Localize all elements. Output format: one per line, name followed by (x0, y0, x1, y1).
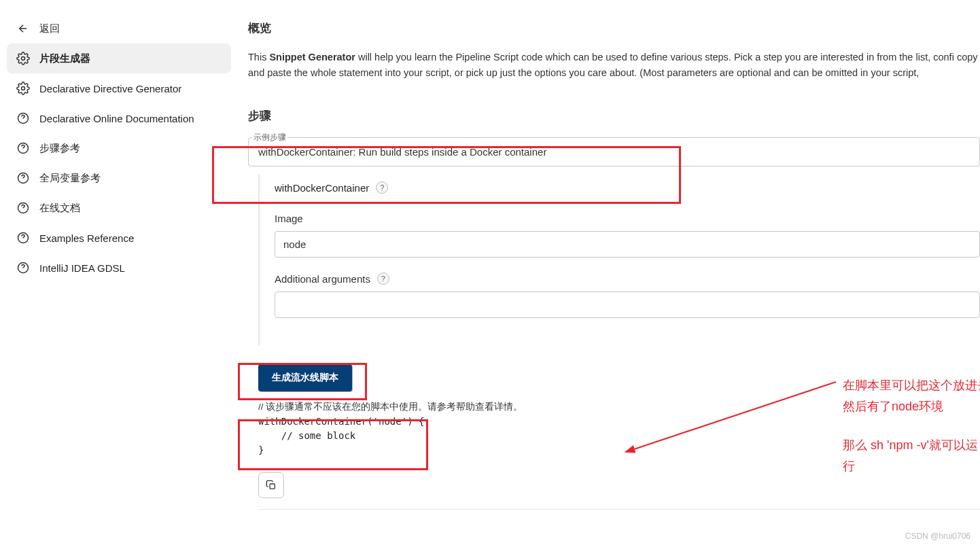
sidebar-item-examples[interactable]: Examples Reference (7, 223, 231, 253)
sidebar-item-step-ref[interactable]: 步骤参考 (7, 133, 231, 163)
sidebar-item-back[interactable]: 返回 (7, 14, 231, 43)
sidebar-item-snippet-generator[interactable]: 片段生成器 (7, 43, 231, 73)
annotation-box (238, 419, 428, 470)
sidebar-item-label: 全局变量参考 (39, 172, 101, 185)
annotation-box (238, 363, 367, 400)
sidebar-item-online-docs[interactable]: Declarative Online Documentation (7, 103, 231, 133)
svg-point-1 (22, 87, 25, 90)
sidebar-item-label: 在线文档 (39, 202, 80, 215)
sidebar-item-online-doc-cn[interactable]: 在线文档 (7, 193, 231, 223)
sidebar: 返回 片段生成器 Declarative Directive Generator… (0, 0, 238, 545)
help-icon[interactable]: ? (377, 272, 389, 285)
svg-rect-8 (270, 484, 275, 489)
svg-point-0 (22, 57, 25, 60)
main-content: 概览 This Snippet Generator will help you … (238, 0, 980, 545)
sidebar-item-directive-generator[interactable]: Declarative Directive Generator (7, 73, 231, 103)
copy-button[interactable] (258, 472, 284, 498)
help-icon (16, 141, 30, 155)
sidebar-item-label: Examples Reference (39, 232, 134, 244)
gear-icon (16, 52, 30, 65)
back-icon (16, 22, 30, 35)
args-label: Additional arguments ? (275, 272, 980, 285)
sidebar-item-label: Declarative Online Documentation (39, 113, 194, 124)
intro-text: This Snippet Generator will help you lea… (248, 50, 980, 81)
gear-icon (16, 82, 30, 95)
sidebar-item-global-var[interactable]: 全局变量参考 (7, 163, 231, 193)
annotation-text: 在脚本里可以把这个放进去 然后有了node环境 (843, 375, 980, 417)
copy-icon (266, 480, 277, 491)
image-input[interactable] (275, 231, 980, 258)
divider (258, 509, 980, 510)
overview-title: 概览 (248, 20, 980, 36)
step-float-label: 示例步骤 (252, 132, 287, 143)
sidebar-item-label: IntelliJ IDEA GDSL (39, 262, 125, 274)
help-icon (16, 111, 30, 125)
sidebar-item-label: Declarative Directive Generator (39, 83, 181, 94)
help-icon (16, 201, 30, 215)
help-icon (16, 171, 30, 185)
steps-title: 步骤 (248, 108, 980, 124)
sidebar-item-label: 片段生成器 (39, 52, 90, 65)
watermark: CSDN @hrui0706 (905, 531, 970, 541)
args-input[interactable] (275, 292, 980, 318)
annotation-text: 那么 sh 'npm -v'就可以运行 (843, 435, 980, 476)
help-icon (16, 231, 30, 245)
sidebar-item-intellij[interactable]: IntelliJ IDEA GDSL (7, 253, 231, 283)
sidebar-item-label: 返回 (39, 22, 60, 35)
help-icon (16, 261, 30, 275)
annotation-box (212, 146, 681, 204)
image-label: Image (275, 213, 980, 224)
sidebar-item-label: 步骤参考 (39, 142, 80, 155)
